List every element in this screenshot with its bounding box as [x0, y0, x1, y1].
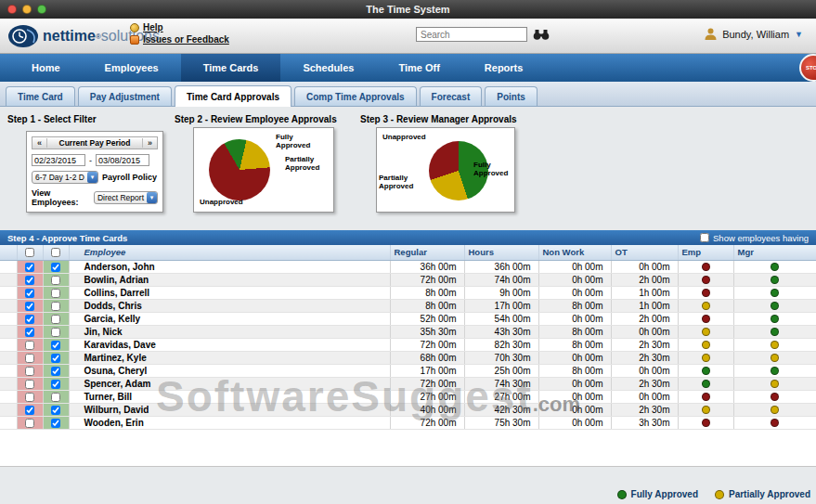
show-employees-filter[interactable]: Show employees having	[700, 233, 809, 243]
zoom-window-button[interactable]	[37, 5, 46, 14]
employee-name[interactable]: Wilburn, David	[69, 403, 390, 416]
tab-pay-adjustment[interactable]: Pay Adjustment	[78, 86, 172, 106]
select-arrows-icon: ▾	[147, 192, 157, 203]
mgr-select-checkbox[interactable]	[51, 380, 60, 389]
date-separator: -	[89, 156, 92, 165]
mgr-status-cell	[733, 338, 816, 351]
emp-select-checkbox[interactable]	[25, 341, 34, 350]
nav-item-reports[interactable]: Reports	[462, 54, 546, 82]
employee-name[interactable]: Collins, Darrell	[69, 286, 390, 299]
mgr-status-cell	[733, 286, 816, 299]
ot-hours-cell: 0h 00m	[611, 260, 678, 273]
prev-period-button[interactable]: «	[32, 138, 47, 148]
nav-item-home[interactable]: Home	[9, 54, 83, 82]
column-header-hours[interactable]: Hours	[464, 245, 538, 260]
date-range: -	[32, 154, 158, 166]
mgr-select-cell	[43, 403, 69, 416]
nav-item-schedules[interactable]: Schedules	[280, 54, 376, 82]
employee-name[interactable]: Anderson, John	[69, 260, 390, 273]
tab-comp-time-approvals[interactable]: Comp Time Approvals	[294, 86, 417, 106]
emp-select-checkbox[interactable]	[25, 328, 34, 337]
emp-select-checkbox[interactable]	[25, 315, 34, 324]
tab-time-card-approvals[interactable]: Time Card Approvals	[175, 85, 291, 107]
regular-hours-cell: 68h 00m	[390, 351, 464, 364]
nav-item-time-off[interactable]: Time Off	[376, 54, 461, 82]
employee-name[interactable]: Osuna, Cheryl	[69, 364, 390, 377]
table-row: Dodds, Chris 8h 00m 17h 00m 8h 00m 1h 00…	[0, 299, 816, 312]
show-employees-checkbox[interactable]	[700, 233, 709, 242]
mgr-select-checkbox[interactable]	[51, 276, 60, 285]
mgr-status-dot	[771, 302, 779, 310]
nav-item-time-cards[interactable]: Time Cards	[181, 54, 281, 82]
mgr-status-dot	[771, 289, 779, 297]
help-link[interactable]: Help	[130, 22, 229, 32]
mgr-status-dot	[771, 367, 779, 375]
employee-name[interactable]: Karavidas, Dave	[69, 338, 390, 351]
column-header-emp[interactable]: Emp	[678, 245, 733, 260]
emp-select-checkbox[interactable]	[25, 393, 34, 402]
mgr-select-checkbox[interactable]	[51, 393, 60, 402]
column-header-employee[interactable]: Employee	[69, 245, 390, 260]
employee-name[interactable]: Jin, Nick	[69, 325, 390, 338]
column-header-non-work[interactable]: Non Work	[538, 245, 611, 260]
select-all-emp-header	[17, 245, 43, 260]
mgr-select-checkbox[interactable]	[51, 289, 60, 298]
tab-points[interactable]: Points	[485, 86, 538, 106]
next-period-button[interactable]: »	[142, 138, 157, 148]
mgr-status-dot	[771, 328, 779, 336]
emp-select-checkbox[interactable]	[25, 263, 34, 272]
view-employees-select[interactable]: Direct Report ▾	[94, 191, 158, 204]
close-window-button[interactable]	[7, 5, 17, 14]
mgr-select-checkbox[interactable]	[51, 406, 60, 415]
emp-select-checkbox[interactable]	[25, 380, 34, 389]
search-binoculars-icon[interactable]	[533, 29, 550, 41]
mgr-status-dot	[771, 276, 779, 284]
emp-select-checkbox[interactable]	[25, 406, 34, 415]
employee-name[interactable]: Martinez, Kyle	[69, 351, 390, 364]
select-all-emp-checkbox[interactable]	[25, 248, 34, 257]
employee-name[interactable]: Garcia, Kelly	[69, 312, 390, 325]
mgr-select-checkbox[interactable]	[51, 263, 60, 272]
employee-name[interactable]: Dodds, Chris	[69, 299, 390, 312]
emp-select-checkbox[interactable]	[25, 354, 34, 363]
mgr-select-checkbox[interactable]	[51, 315, 60, 324]
mgr-select-checkbox[interactable]	[51, 328, 60, 337]
start-date-input[interactable]	[32, 154, 85, 166]
user-menu[interactable]: Bundy, William ▼	[705, 28, 803, 41]
table-row: Wooden, Erin 72h 00m 75h 30m 0h 00m 3h 3…	[0, 416, 816, 429]
step4-title: Step 4 - Approve Time Cards	[7, 233, 127, 243]
table-row: Anderson, John 36h 00m 36h 00m 0h 00m 0h…	[0, 260, 816, 273]
emp-select-checkbox[interactable]	[25, 289, 34, 298]
select-all-mgr-checkbox[interactable]	[51, 248, 60, 257]
emp-select-checkbox[interactable]	[25, 276, 34, 285]
employee-name[interactable]: Spencer, Adam	[69, 377, 390, 390]
end-date-input[interactable]	[96, 154, 149, 166]
mgr-select-checkbox[interactable]	[51, 419, 60, 428]
window-controls	[7, 5, 46, 14]
tab-forecast[interactable]: Forecast	[420, 86, 483, 106]
column-header-ot[interactable]: OT	[611, 245, 678, 260]
tab-time-card[interactable]: Time Card	[6, 86, 75, 106]
emp-select-checkbox[interactable]	[25, 419, 34, 428]
employee-name[interactable]: Wooden, Erin	[69, 416, 390, 429]
search-input[interactable]	[416, 27, 527, 42]
stop-punch-button[interactable]: STOP	[799, 54, 816, 82]
employee-name[interactable]: Turner, Bill	[69, 390, 390, 403]
column-header-mgr[interactable]: Mgr	[733, 245, 816, 260]
column-header-regular[interactable]: Regular	[390, 245, 464, 260]
nav-item-employees[interactable]: Employees	[83, 54, 181, 82]
emp-status-dot	[702, 302, 710, 310]
emp-select-checkbox[interactable]	[25, 302, 34, 311]
mgr-select-checkbox[interactable]	[51, 367, 60, 376]
minimize-window-button[interactable]	[22, 5, 32, 14]
payroll-policy-select[interactable]: 6-7 Day 1-2 D ▾	[32, 171, 98, 184]
mgr-select-checkbox[interactable]	[51, 341, 60, 350]
emp-select-checkbox[interactable]	[25, 367, 34, 376]
period-label: Current Pay Period	[47, 138, 142, 148]
regular-hours-cell: 8h 00m	[390, 299, 464, 312]
feedback-link[interactable]: Issues or Feedback	[130, 34, 229, 45]
mgr-select-checkbox[interactable]	[51, 354, 60, 363]
employee-name[interactable]: Bowlin, Adrian	[69, 273, 390, 286]
mgr-status-dot	[771, 419, 779, 427]
mgr-select-checkbox[interactable]	[51, 302, 60, 311]
